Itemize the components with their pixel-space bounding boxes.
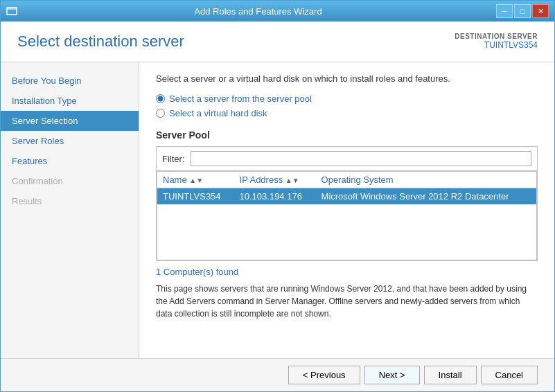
title-bar: Add Roles and Features Wizard ─ □ ✕ [1, 1, 554, 21]
previous-button[interactable]: < Previous [288, 366, 360, 384]
close-button[interactable]: ✕ [532, 4, 549, 18]
server-pool-container: Filter: Name ▲▼ [156, 146, 538, 261]
cancel-button[interactable]: Cancel [481, 366, 538, 384]
col-name[interactable]: Name ▲▼ [157, 172, 234, 188]
content-panel: Select a server or a virtual hard disk o… [139, 62, 554, 358]
cell-name: TUINTLVS354 [157, 188, 234, 205]
svg-rect-1 [7, 8, 17, 10]
radio-virtual-disk-label: Select a virtual hard disk [169, 108, 267, 118]
window-controls: ─ □ ✕ [496, 4, 549, 18]
filter-input[interactable] [191, 151, 532, 166]
cell-ip: 10.103.194.176 [234, 188, 316, 205]
server-pool-title: Server Pool [156, 130, 538, 141]
page-title: Select destination server [17, 33, 184, 51]
radio-virtual-disk[interactable]: Select a virtual hard disk [156, 108, 538, 118]
info-text: This page shows servers that are running… [156, 283, 538, 320]
sidebar-item-installation-type[interactable]: Installation Type [1, 91, 139, 111]
minimize-button[interactable]: ─ [496, 4, 513, 18]
radio-server-pool[interactable]: Select a server from the server pool [156, 93, 538, 104]
radio-server-pool-label: Select a server from the server pool [169, 93, 312, 104]
col-os: Operating System [316, 172, 537, 188]
sidebar-item-results: Results [1, 191, 139, 211]
sort-arrow-ip: ▲▼ [285, 177, 299, 184]
server-table-inner: Name ▲▼ IP Address ▲▼ Operating System [157, 171, 537, 260]
radio-virtual-disk-input[interactable] [156, 109, 165, 118]
table-header-row: Name ▲▼ IP Address ▲▼ Operating System [157, 172, 537, 188]
destination-label: DESTINATION SERVER [455, 33, 538, 40]
destination-server: TUINTLVS354 [455, 40, 538, 50]
sidebar: Before You Begin Installation Type Serve… [1, 62, 139, 358]
main-content: Select destination server DESTINATION SE… [1, 21, 554, 391]
radio-group: Select a server from the server pool Sel… [156, 93, 538, 118]
next-button[interactable]: Next > [364, 366, 420, 384]
sidebar-item-server-roles[interactable]: Server Roles [1, 131, 139, 151]
table-row-empty [157, 204, 537, 260]
window-title: Add Roles and Features Wizard [20, 6, 496, 17]
sidebar-item-server-selection[interactable]: Server Selection [1, 111, 139, 131]
cell-os: Microsoft Windows Server 2012 R2 Datacen… [316, 188, 537, 205]
destination-info: DESTINATION SERVER TUINTLVS354 [455, 33, 538, 50]
wizard-window: Add Roles and Features Wizard ─ □ ✕ Sele… [0, 0, 555, 392]
server-table: Name ▲▼ IP Address ▲▼ Operating System [157, 171, 537, 260]
content-description: Select a server or a virtual hard disk o… [156, 73, 538, 84]
filter-row: Filter: [157, 147, 537, 171]
footer: < Previous Next > Install Cancel [1, 358, 554, 391]
body-layout: Before You Begin Installation Type Serve… [1, 62, 554, 358]
sidebar-item-before-you-begin[interactable]: Before You Begin [1, 71, 139, 91]
install-button[interactable]: Install [424, 366, 477, 384]
window-icon [6, 6, 17, 17]
sidebar-item-features[interactable]: Features [1, 151, 139, 171]
radio-server-pool-input[interactable] [156, 94, 165, 103]
sort-arrow-name: ▲▼ [189, 177, 203, 184]
col-ip[interactable]: IP Address ▲▼ [234, 172, 316, 188]
sidebar-item-confirmation: Confirmation [1, 171, 139, 191]
filter-label: Filter: [162, 154, 185, 164]
maximize-button[interactable]: □ [514, 4, 531, 18]
header-bar: Select destination server DESTINATION SE… [1, 21, 554, 62]
table-row[interactable]: TUINTLVS354 10.103.194.176 Microsoft Win… [157, 188, 537, 205]
found-count: 1 Computer(s) found [156, 267, 538, 277]
